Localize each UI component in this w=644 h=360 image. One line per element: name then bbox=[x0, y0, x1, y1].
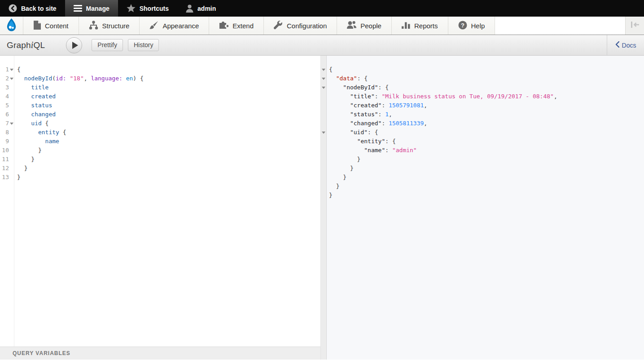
toolbar-tab-structure[interactable]: Structure bbox=[79, 17, 140, 35]
result-code-line[interactable]: } bbox=[321, 155, 644, 164]
query-code-line[interactable]: 9 name bbox=[0, 137, 320, 146]
query-code-line[interactable]: 5 status bbox=[0, 101, 320, 110]
result-code-line[interactable]: "uid": { bbox=[321, 128, 644, 137]
line-number: 8 bbox=[0, 128, 9, 137]
fold-gutter-cell bbox=[321, 155, 327, 164]
query-code-line[interactable]: 6 changed bbox=[0, 110, 320, 119]
query-code-line[interactable]: 11 } bbox=[0, 155, 320, 164]
manage-tab[interactable]: Manage bbox=[65, 0, 118, 17]
user-account-tab[interactable]: admin bbox=[177, 0, 224, 17]
shortcuts-tab[interactable]: Shortcuts bbox=[118, 0, 177, 17]
query-code-line[interactable]: 3 title bbox=[0, 83, 320, 92]
fold-arrow-icon[interactable] bbox=[321, 83, 327, 92]
docs-panel-toggle[interactable]: Docs bbox=[607, 35, 644, 55]
result-code-line[interactable]: "changed": 1505811339, bbox=[321, 119, 644, 128]
execute-query-button[interactable] bbox=[66, 37, 82, 53]
bar-chart-icon bbox=[402, 21, 410, 31]
toolbar-tab-people[interactable]: People bbox=[337, 17, 392, 35]
fold-gutter-cell bbox=[9, 92, 14, 101]
fold-arrow-icon[interactable] bbox=[9, 65, 14, 74]
code-text: title bbox=[14, 83, 48, 92]
toolbar-tab-label: Appearance bbox=[162, 22, 199, 30]
result-code-line[interactable]: "status": 1, bbox=[321, 110, 644, 119]
drupal-home-tab[interactable] bbox=[0, 17, 23, 35]
fold-arrow-icon[interactable] bbox=[9, 74, 14, 83]
result-code-line[interactable]: "name": "admin" bbox=[321, 146, 644, 155]
code-text: } bbox=[327, 191, 333, 200]
fold-gutter-cell bbox=[9, 110, 14, 119]
toolbar-tab-extend[interactable]: Extend bbox=[209, 17, 264, 35]
code-text: name bbox=[14, 137, 59, 146]
history-button[interactable]: History bbox=[128, 39, 159, 51]
fold-gutter-cell bbox=[321, 191, 327, 200]
result-code-line[interactable]: } bbox=[321, 191, 644, 200]
query-editor-pane: 1{2 nodeById(id: "18", language: en) {3 … bbox=[0, 56, 321, 360]
query-code-line[interactable]: 8 entity { bbox=[0, 128, 320, 137]
line-number: 3 bbox=[0, 83, 9, 92]
file-icon bbox=[33, 21, 41, 31]
code-text: changed bbox=[14, 110, 56, 119]
query-code-line[interactable]: 7 uid { bbox=[0, 119, 320, 128]
toolbar-tab-label: Extend bbox=[232, 22, 254, 30]
result-code-line[interactable]: "created": 1505791081, bbox=[321, 101, 644, 110]
result-code-line[interactable]: } bbox=[321, 182, 644, 191]
toolbar-tab-reports[interactable]: Reports bbox=[392, 17, 448, 35]
fold-gutter-cell bbox=[321, 164, 327, 173]
toolbar-tab-appearance[interactable]: Appearance bbox=[140, 17, 209, 35]
graphiql-toolbar: GraphiQL Prettify History Docs bbox=[0, 35, 644, 56]
code-text: { bbox=[327, 65, 333, 74]
code-text: uid { bbox=[14, 119, 48, 128]
query-variables-header[interactable]: QUERY VARIABLES bbox=[0, 347, 320, 360]
result-code-line[interactable]: "data": { bbox=[321, 74, 644, 83]
code-text: "created": 1505791081, bbox=[327, 101, 427, 110]
fold-gutter-cell bbox=[9, 137, 14, 146]
query-code-line[interactable]: 10 } bbox=[0, 146, 320, 155]
query-editor[interactable]: 1{2 nodeById(id: "18", language: en) {3 … bbox=[0, 56, 320, 347]
toolbar-tab-content[interactable]: Content bbox=[23, 17, 79, 35]
fold-gutter-cell bbox=[321, 182, 327, 191]
query-code-line[interactable]: 2 nodeById(id: "18", language: en) { bbox=[0, 74, 320, 83]
toolbar-tab-label: Configuration bbox=[287, 22, 327, 30]
result-code-line[interactable]: } bbox=[321, 173, 644, 182]
query-variables-title: QUERY VARIABLES bbox=[13, 350, 70, 356]
fold-arrow-icon[interactable] bbox=[321, 74, 327, 83]
query-code-line[interactable]: 12 } bbox=[0, 164, 320, 173]
query-code-line[interactable]: 4 created bbox=[0, 92, 320, 101]
fold-arrow-icon[interactable] bbox=[321, 128, 327, 137]
toolbar-tab-help[interactable]: ? Help bbox=[448, 17, 495, 35]
help-icon: ? bbox=[458, 21, 467, 31]
code-text: } bbox=[327, 164, 354, 173]
code-text: "data": { bbox=[327, 74, 368, 83]
sitemap-icon bbox=[89, 21, 98, 31]
line-number: 10 bbox=[0, 146, 9, 155]
drupal-toolbar: Content Structure Appearance Extend Conf… bbox=[0, 17, 644, 35]
line-number: 13 bbox=[0, 173, 9, 182]
toolbar-orientation-toggle-button[interactable] bbox=[625, 17, 644, 35]
query-code-line[interactable]: 1{ bbox=[0, 65, 320, 74]
fold-arrow-icon[interactable] bbox=[9, 119, 14, 128]
fold-gutter-cell bbox=[321, 146, 327, 155]
fold-gutter-cell bbox=[321, 137, 327, 146]
fold-arrow-icon[interactable] bbox=[321, 65, 327, 74]
toolbar-tab-configuration[interactable]: Configuration bbox=[264, 17, 337, 35]
paintbrush-icon bbox=[149, 21, 158, 31]
code-text: } bbox=[14, 164, 27, 173]
result-code-line[interactable]: "nodeById": { bbox=[321, 83, 644, 92]
wrench-icon bbox=[274, 21, 283, 31]
back-to-site-link[interactable]: Back to site bbox=[0, 0, 65, 17]
code-text: } bbox=[14, 173, 21, 182]
result-code-line[interactable]: { bbox=[321, 65, 644, 74]
prettify-button[interactable]: Prettify bbox=[92, 39, 123, 51]
toolbar-tab-label: Reports bbox=[414, 22, 438, 30]
code-text: } bbox=[327, 182, 339, 191]
code-text: "title": "Milk business status on Tue, 0… bbox=[327, 92, 557, 101]
result-code-line[interactable]: } bbox=[321, 164, 644, 173]
fold-gutter-cell bbox=[9, 164, 14, 173]
code-text: "name": "admin" bbox=[327, 146, 417, 155]
chevron-left-icon bbox=[615, 41, 619, 49]
line-number: 9 bbox=[0, 137, 9, 146]
result-code-line[interactable]: "entity": { bbox=[321, 137, 644, 146]
query-code-line[interactable]: 13} bbox=[0, 173, 320, 182]
code-text: "changed": 1505811339, bbox=[327, 119, 427, 128]
result-code-line[interactable]: "title": "Milk business status on Tue, 0… bbox=[321, 92, 644, 101]
